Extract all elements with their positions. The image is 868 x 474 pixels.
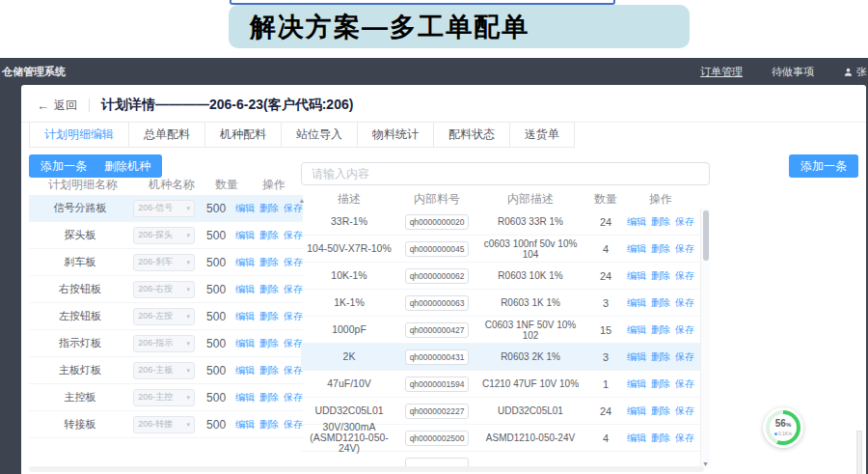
- table-row[interactable]: 30V/300mA (ASMD1210-050-24V) ASMD1210-05…: [301, 425, 710, 452]
- part-number-input[interactable]: [405, 268, 469, 284]
- model-select[interactable]: 206-右按 ▾: [133, 281, 195, 298]
- delete-link[interactable]: 删除: [259, 256, 279, 269]
- tab-2[interactable]: 总单配料: [129, 122, 205, 148]
- col-qty: 数量: [206, 177, 247, 193]
- download-progress-badge[interactable]: 56% 0.1K/s: [763, 407, 803, 448]
- save-link[interactable]: 保存: [675, 269, 694, 283]
- edit-link[interactable]: 编辑: [235, 364, 255, 377]
- edit-link[interactable]: 编辑: [235, 310, 255, 323]
- table-row[interactable]: 1000pF C0603 1NF 50V 10% 102 15 编辑删除保存: [301, 317, 710, 344]
- delete-link[interactable]: 删除: [259, 364, 279, 377]
- back-button[interactable]: 返回: [54, 98, 77, 114]
- table-row[interactable]: 主控板 206-主控 ▾ 500 编辑删除保存: [29, 384, 303, 411]
- model-select[interactable]: 206-左按 ▾: [133, 308, 195, 325]
- delete-link[interactable]: 删除: [651, 296, 670, 310]
- user-menu[interactable]: 张: [843, 65, 868, 79]
- part-number-input[interactable]: [405, 241, 469, 257]
- table-row[interactable]: 1K-1% R0603 1K 1% 3 编辑删除保存: [301, 290, 710, 317]
- part-number-input[interactable]: [405, 404, 469, 419]
- tab-6[interactable]: 配料状态: [434, 122, 510, 148]
- delete-link[interactable]: 删除: [651, 269, 670, 283]
- delete-link[interactable]: 删除: [259, 310, 279, 323]
- table-row[interactable]: 104-50V-X7R-10% c0603 100nf 50v 10% 104 …: [301, 236, 710, 263]
- edit-link[interactable]: 编辑: [627, 404, 646, 418]
- delete-link[interactable]: 删除: [651, 350, 670, 364]
- table-row[interactable]: 右按钮板 206-右按 ▾ 500 编辑删除保存: [29, 276, 303, 303]
- model-select[interactable]: 206-主控 ▾: [133, 389, 195, 406]
- delete-link[interactable]: 删除: [651, 215, 670, 229]
- table-row[interactable]: 左按钮板 206-左按 ▾ 500 编辑删除保存: [29, 303, 303, 330]
- table-row[interactable]: 探头板 206-探头 ▾ 500 编辑删除保存: [29, 222, 303, 249]
- add-row-button-right[interactable]: 添加一条: [789, 154, 858, 178]
- edit-link[interactable]: 编辑: [235, 256, 255, 269]
- delete-link[interactable]: 删除: [651, 323, 670, 337]
- part-number-input[interactable]: [405, 376, 469, 392]
- edit-link[interactable]: 编辑: [627, 242, 646, 256]
- search-input[interactable]: [301, 162, 710, 185]
- save-link[interactable]: 保存: [675, 242, 694, 256]
- table-row[interactable]: 33R-1% R0603 33R 1% 24 编辑删除保存: [301, 209, 710, 236]
- table-row[interactable]: 47uF/10V C1210 47UF 10V 10% 1 编辑删除保存: [301, 371, 710, 398]
- part-number-input[interactable]: [405, 295, 469, 311]
- table-row[interactable]: 指示灯板 206-指示 ▾ 500 编辑删除保存: [29, 330, 303, 357]
- part-number-input[interactable]: [405, 214, 469, 230]
- model-select[interactable]: 206-探头 ▾: [133, 227, 195, 244]
- delete-link[interactable]: 删除: [651, 377, 670, 391]
- delete-link[interactable]: 删除: [259, 391, 279, 404]
- save-link[interactable]: 保存: [675, 323, 694, 337]
- edit-link[interactable]: 编辑: [235, 202, 255, 215]
- scrollbar-thumb[interactable]: [703, 210, 709, 261]
- delete-link[interactable]: 删除: [259, 418, 279, 432]
- part-number-input[interactable]: [405, 431, 469, 446]
- delete-link[interactable]: 删除: [259, 202, 279, 215]
- edit-link[interactable]: 编辑: [235, 283, 255, 296]
- edit-link[interactable]: 编辑: [627, 377, 646, 391]
- part-number-input[interactable]: [405, 322, 469, 338]
- horizontal-scrollbar[interactable]: [29, 466, 704, 472]
- edit-link[interactable]: 编辑: [235, 229, 255, 242]
- delete-link[interactable]: 删除: [651, 242, 670, 256]
- page-scrollbar[interactable]: [856, 431, 862, 474]
- delete-link[interactable]: 删除: [651, 404, 670, 418]
- tab-1[interactable]: 计划明细编辑: [29, 122, 129, 148]
- edit-link[interactable]: 编辑: [627, 296, 646, 310]
- table-row[interactable]: 信号分路板 206-信号 ▾ 500 编辑删除保存: [29, 195, 303, 222]
- edit-link[interactable]: 编辑: [235, 337, 255, 350]
- back-arrow-icon[interactable]: ←: [37, 98, 49, 113]
- edit-link[interactable]: 编辑: [627, 269, 646, 283]
- save-link[interactable]: 保存: [675, 377, 694, 391]
- edit-link[interactable]: 编辑: [627, 323, 646, 337]
- part-number-input[interactable]: [405, 349, 469, 365]
- nav-link-todo-items[interactable]: 待做事项: [772, 65, 814, 79]
- model-select[interactable]: 206-指示 ▾: [133, 335, 195, 352]
- save-link[interactable]: 保存: [675, 215, 694, 229]
- table-row[interactable]: 10K-1% R0603 10K 1% 24 编辑删除保存: [301, 263, 710, 290]
- save-link[interactable]: 保存: [675, 404, 694, 418]
- tab-5[interactable]: 物料统计: [358, 122, 434, 148]
- tab-7[interactable]: 送货单: [510, 122, 575, 148]
- edit-link[interactable]: 编辑: [627, 350, 646, 364]
- edit-link[interactable]: 编辑: [235, 418, 255, 432]
- model-select[interactable]: 206-转接 ▾: [133, 416, 195, 433]
- model-select[interactable]: 206-主板 ▾: [133, 362, 195, 379]
- edit-link[interactable]: 编辑: [627, 432, 646, 445]
- delete-link[interactable]: 删除: [259, 229, 279, 242]
- edit-link[interactable]: 编辑: [235, 391, 255, 404]
- table-row[interactable]: 转接板 206-转接 ▾ 500 编辑删除保存: [29, 411, 303, 438]
- save-link[interactable]: 保存: [675, 432, 694, 445]
- model-select[interactable]: 206-信号 ▾: [133, 200, 195, 217]
- delete-link[interactable]: 删除: [651, 432, 670, 445]
- edit-link[interactable]: 编辑: [627, 215, 646, 229]
- tab-3[interactable]: 机种配料: [205, 122, 282, 148]
- delete-link[interactable]: 删除: [259, 337, 279, 350]
- save-link[interactable]: 保存: [675, 350, 694, 364]
- table-row[interactable]: 主板灯板 206-主板 ▾ 500 编辑删除保存: [29, 357, 303, 384]
- nav-link-order-management[interactable]: 订单管理: [700, 65, 743, 79]
- model-select[interactable]: 206-刹车 ▾: [133, 254, 195, 271]
- save-link[interactable]: 保存: [675, 296, 694, 310]
- material-table-scrollbar[interactable]: ▼: [700, 209, 710, 468]
- table-row[interactable]: 2K R0603 2K 1% 3 编辑删除保存: [301, 344, 710, 371]
- tab-4[interactable]: 站位导入: [282, 122, 358, 148]
- delete-link[interactable]: 删除: [259, 283, 279, 296]
- table-row[interactable]: 刹车板 206-刹车 ▾ 500 编辑删除保存: [29, 249, 303, 276]
